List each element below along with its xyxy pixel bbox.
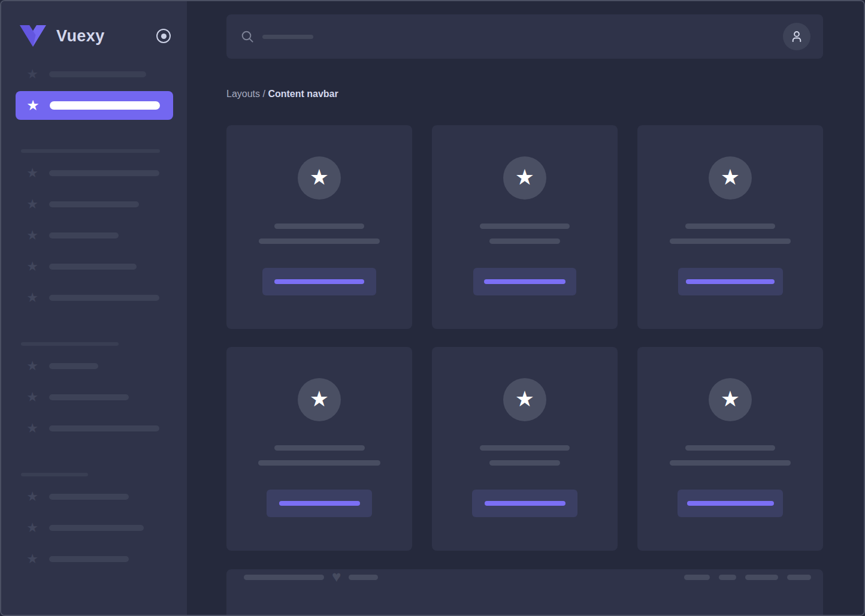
sidebar-item[interactable]: ★ (25, 259, 137, 274)
skeleton-line (670, 238, 791, 244)
search-bar[interactable] (226, 14, 823, 59)
card: ★ (637, 125, 823, 329)
sidebar-section-divider (21, 342, 119, 346)
button-label-bar (274, 279, 364, 284)
vuexy-logo-icon (19, 25, 47, 47)
skeleton-line (274, 445, 365, 451)
card-button[interactable] (472, 490, 577, 517)
user-icon (789, 29, 804, 44)
skeleton-line (685, 445, 775, 451)
skeleton-bar (49, 264, 137, 270)
skeleton-bar (50, 101, 160, 110)
card-avatar: ★ (503, 378, 546, 421)
card-avatar: ★ (298, 378, 341, 421)
card: ★ (226, 125, 412, 329)
skeleton-line (274, 224, 364, 229)
card-avatar: ★ (709, 378, 752, 421)
search-icon (241, 30, 254, 43)
main-area: Layouts / Content navbar ★★★★★★ ♥ (187, 1, 864, 615)
footer-row: ♥ (244, 569, 811, 585)
breadcrumb: Layouts / Content navbar (226, 88, 823, 99)
button-label-bar (485, 501, 565, 506)
star-icon: ★ (25, 228, 40, 243)
star-icon: ★ (25, 552, 40, 566)
card-button[interactable] (473, 268, 576, 295)
skeleton-line (489, 238, 560, 244)
star-icon: ★ (25, 197, 40, 212)
user-avatar[interactable] (783, 23, 810, 50)
star-icon: ★ (25, 521, 40, 535)
sidebar-item[interactable]: ★ (25, 291, 159, 305)
app-window: Vuexy ★★★★★★★★★★★★★ Layouts / Content n (0, 0, 865, 616)
skeleton-line (670, 460, 791, 466)
card-avatar: ★ (298, 156, 341, 200)
skeleton-bar (49, 232, 119, 238)
sidebar-section-divider (21, 473, 88, 476)
card-button[interactable] (678, 268, 783, 295)
skeleton-line (480, 224, 570, 229)
breadcrumb-section[interactable]: Layouts (226, 89, 260, 99)
skeleton-bar (49, 170, 159, 176)
card-button[interactable] (678, 490, 783, 517)
sidebar-item[interactable]: ★ (25, 490, 129, 504)
skeleton-bar (49, 494, 129, 500)
sidebar-item[interactable]: ★ (25, 390, 129, 404)
menu-pin-toggle-icon[interactable] (156, 29, 171, 43)
star-icon: ★ (25, 421, 40, 436)
sidebar-item[interactable]: ★ (25, 521, 144, 535)
skeleton-bar (49, 363, 98, 369)
radio-dot (161, 34, 167, 39)
skeleton-line (259, 238, 380, 244)
star-icon: ★ (721, 167, 740, 188)
footer-link-bar (745, 575, 778, 580)
star-icon: ★ (310, 167, 329, 188)
heart-icon: ♥ (332, 569, 341, 584)
button-label-bar (484, 279, 565, 284)
app-title: Vuexy (56, 27, 105, 46)
sidebar-item[interactable]: ★ (25, 197, 139, 212)
footer-skeleton-bar (244, 575, 324, 580)
footer-link-bar (787, 575, 811, 580)
star-icon: ★ (25, 390, 40, 404)
cards-grid: ★★★★★★ (226, 125, 823, 551)
footer-card: ♥ (226, 569, 823, 616)
star-icon: ★ (515, 388, 534, 410)
skeleton-line (489, 460, 560, 466)
card-avatar: ★ (709, 156, 752, 200)
sidebar-header: Vuexy (1, 1, 187, 49)
star-icon: ★ (515, 167, 534, 188)
skeleton-bar (49, 295, 159, 301)
footer-link-bar (719, 575, 736, 580)
breadcrumb-separator: / (260, 89, 268, 99)
star-icon: ★ (310, 388, 329, 410)
card: ★ (432, 125, 618, 329)
sidebar-item-active[interactable]: ★ (16, 91, 173, 120)
sidebar-item[interactable]: ★ (25, 228, 119, 243)
card: ★ (637, 347, 823, 551)
skeleton-line (685, 224, 775, 229)
button-label-bar (279, 501, 360, 506)
card-button[interactable] (262, 268, 376, 295)
star-icon: ★ (721, 388, 740, 410)
sidebar-item[interactable]: ★ (25, 67, 146, 81)
sidebar-nav: ★★★★★★★★★★★★★ (1, 49, 187, 566)
sidebar-item[interactable]: ★ (25, 552, 129, 566)
star-icon: ★ (25, 291, 40, 305)
sidebar-item[interactable]: ★ (25, 359, 98, 373)
star-icon: ★ (25, 166, 40, 180)
skeleton-bar (49, 556, 129, 562)
sidebar-item[interactable]: ★ (25, 421, 159, 436)
card: ★ (226, 347, 412, 551)
card-button[interactable] (267, 490, 372, 517)
sidebar-item[interactable]: ★ (25, 166, 159, 180)
card-avatar: ★ (503, 156, 546, 200)
skeleton-line (258, 460, 380, 466)
sidebar-section-divider (21, 149, 160, 153)
button-label-bar (686, 279, 775, 284)
footer-skeleton-bar (349, 575, 378, 580)
skeleton-bar (49, 201, 139, 207)
card: ★ (432, 347, 618, 551)
breadcrumb-current: Content navbar (268, 89, 338, 99)
skeleton-bar (49, 525, 144, 531)
star-icon: ★ (25, 359, 40, 373)
